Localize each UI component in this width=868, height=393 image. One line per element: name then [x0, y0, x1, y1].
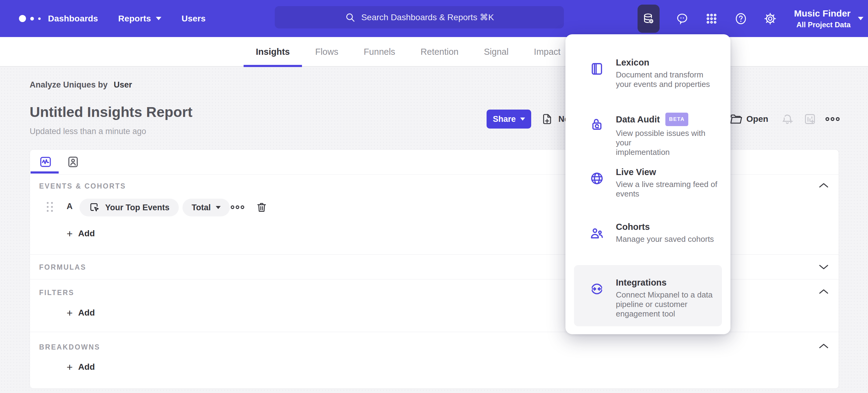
add-label: Add — [78, 229, 95, 238]
database-gear-icon — [642, 12, 655, 25]
open-folder-icon — [729, 112, 743, 126]
active-tab-underline — [31, 171, 59, 173]
chevron-down-icon — [156, 17, 161, 20]
create-alert-button[interactable] — [781, 112, 794, 126]
tab-profiles-view[interactable] — [66, 155, 80, 169]
add-label: Add — [78, 362, 95, 372]
lexicon-book-icon — [590, 61, 604, 76]
global-search-input[interactable]: Search Dashboards & Reports ⌘K — [275, 6, 564, 28]
apps-grid-button[interactable] — [705, 12, 718, 25]
menu-item-title: Live View — [616, 167, 656, 177]
chevron-down-icon — [216, 206, 221, 209]
activity-chart-icon — [38, 155, 53, 169]
nav-users-label: Users — [182, 14, 206, 24]
more-actions-button[interactable] — [825, 114, 840, 124]
search-icon — [345, 12, 356, 23]
integrations-sync-icon — [590, 282, 604, 296]
primary-nav: Dashboards Reports Users — [48, 0, 206, 37]
plus-icon: + — [67, 363, 73, 371]
updated-timestamp: Updated less than a minute ago — [30, 127, 146, 136]
tab-funnels[interactable]: Funnels — [351, 37, 407, 67]
menu-item-cohorts[interactable]: Cohorts Manage your saved cohorts — [590, 222, 722, 244]
tab-retention[interactable]: Retention — [408, 37, 471, 67]
open-label: Open — [746, 114, 768, 124]
plus-icon: + — [67, 309, 73, 317]
add-filter-button[interactable]: + Add — [67, 308, 95, 318]
nav-reports[interactable]: Reports — [118, 14, 161, 24]
menu-item-lexicon[interactable]: Lexicon Document and transform your even… — [590, 57, 722, 89]
event-chip-label: Your Top Events — [105, 203, 169, 213]
uniques-entity-select[interactable]: User — [114, 80, 132, 90]
share-button[interactable]: Share — [487, 110, 531, 129]
add-breakdown-button[interactable]: + Add — [67, 362, 95, 372]
collapse-breakdowns-button[interactable] — [818, 343, 829, 349]
report-actions: Open — [729, 110, 840, 129]
drag-handle[interactable] — [47, 202, 53, 212]
collapse-events-button[interactable] — [818, 182, 829, 189]
settings-button[interactable] — [764, 12, 777, 25]
menu-item-data-audit[interactable]: Data Audit BETA View possible issues wit… — [590, 113, 722, 157]
data-management-button[interactable] — [638, 5, 659, 33]
tab-insights[interactable]: Insights — [244, 37, 302, 67]
menu-item-desc: View a live streaming feed of events — [616, 180, 722, 199]
menu-item-desc: Connect Mixpanel to a data pipeline or c… — [616, 290, 722, 319]
collapse-filters-button[interactable] — [818, 288, 829, 295]
page-title[interactable]: Untitled Insights Report — [30, 104, 192, 120]
mixpanel-insights-page: Dashboards Reports Users Search Dashboar… — [0, 0, 868, 393]
more-dots-icon — [825, 114, 840, 124]
nav-users[interactable]: Users — [182, 14, 206, 24]
event-click-icon — [89, 202, 100, 213]
menu-item-text: Data Audit BETA View possible issues wit… — [616, 113, 722, 157]
feedback-bubble-icon — [676, 12, 689, 25]
search-placeholder: Search Dashboards & Reports ⌘K — [361, 12, 494, 22]
menu-item-integrations[interactable]: Integrations Connect Mixpanel to a data … — [590, 277, 722, 319]
add-event-button[interactable]: + Add — [67, 229, 95, 238]
tab-signal[interactable]: Signal — [472, 37, 521, 67]
breadcrumb: Analyze Uniques by User — [30, 80, 132, 90]
aggregation-selector-chip[interactable]: Total — [183, 199, 230, 216]
menu-item-desc: Manage your saved cohorts — [616, 234, 722, 244]
tab-events-view[interactable] — [38, 155, 53, 169]
help-button[interactable] — [734, 12, 748, 25]
mixpanel-logo-icon[interactable] — [19, 0, 41, 37]
live-view-globe-icon — [590, 171, 604, 186]
header-right-controls: Music Finder All Project Data — [638, 0, 863, 37]
menu-item-text: Cohorts Manage your saved cohorts — [616, 222, 722, 244]
logo-dot — [30, 17, 34, 21]
plus-icon: + — [67, 229, 73, 238]
nav-dashboards[interactable]: Dashboards — [48, 14, 98, 24]
event-selector-chip[interactable]: Your Top Events — [80, 199, 179, 216]
cohorts-people-icon — [590, 226, 604, 241]
project-name: Music Finder — [794, 8, 850, 19]
report-tabs: Insights Flows Funnels Retention Signal … — [244, 37, 573, 67]
nav-reports-label: Reports — [118, 14, 151, 24]
aggregation-label: Total — [192, 203, 211, 213]
tab-flows[interactable]: Flows — [303, 37, 350, 67]
help-icon — [734, 12, 748, 25]
delete-row-button[interactable] — [255, 201, 268, 214]
open-report-button[interactable]: Open — [729, 112, 768, 126]
add-to-board-button[interactable] — [803, 112, 817, 126]
feedback-button[interactable] — [676, 12, 689, 25]
tab-label: Funnels — [364, 47, 395, 57]
nav-dashboards-label: Dashboards — [48, 14, 98, 24]
data-management-menu: Lexicon Document and transform your even… — [565, 34, 731, 334]
row-more-button[interactable] — [230, 203, 245, 212]
menu-item-text: Integrations Connect Mixpanel to a data … — [616, 277, 722, 319]
logo-dot — [38, 18, 41, 20]
project-scope: All Project Data — [794, 21, 850, 29]
gear-icon — [764, 12, 777, 25]
chevron-down-icon — [520, 117, 525, 120]
project-switcher[interactable]: Music Finder All Project Data — [794, 8, 850, 29]
menu-item-text: Live View View a live streaming feed of … — [616, 167, 722, 199]
menu-item-desc: Document and transform your events and p… — [616, 70, 722, 89]
trash-icon — [255, 201, 268, 214]
share-label: Share — [493, 114, 516, 124]
tab-label: Flows — [315, 47, 338, 57]
menu-item-title: Cohorts — [616, 222, 650, 232]
report-tab-bar: Insights Flows Funnels Retention Signal … — [0, 37, 868, 67]
menu-item-live-view[interactable]: Live View View a live streaming feed of … — [590, 167, 722, 199]
tab-impact[interactable]: Impact — [522, 37, 573, 67]
expand-formulas-button[interactable] — [818, 263, 829, 270]
tab-label: Retention — [421, 47, 459, 57]
